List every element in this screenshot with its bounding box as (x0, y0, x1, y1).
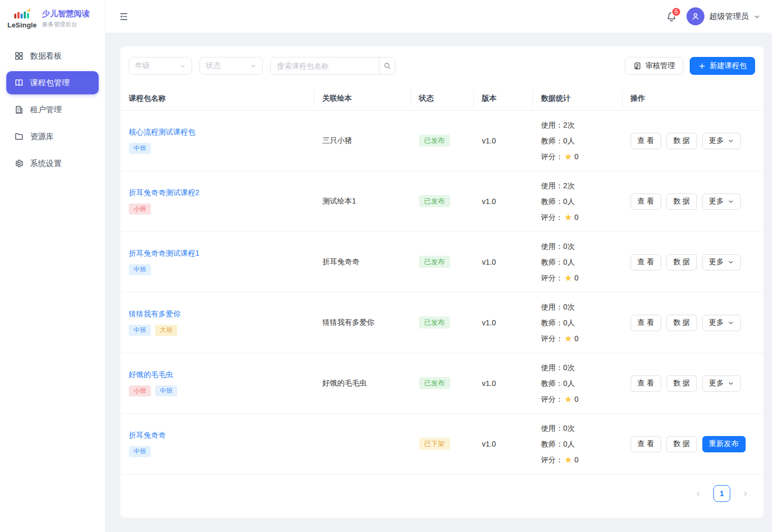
app-subtitle: 服务管理后台 (42, 21, 90, 28)
teachers-label: 教师： (541, 375, 563, 391)
data-button[interactable]: 数 据 (666, 375, 697, 392)
brand: LeSingle 少儿智慧阅读 服务管理后台 (0, 0, 105, 37)
status-badge: 已发布 (419, 195, 450, 207)
sidebar-item-settings[interactable]: 系统设置 (6, 152, 99, 175)
data-button[interactable]: 数 据 (666, 194, 697, 210)
usage-label: 使用： (541, 117, 563, 133)
avatar (687, 7, 704, 25)
view-button[interactable]: 查 看 (631, 436, 661, 452)
search-button[interactable] (379, 57, 395, 74)
view-button[interactable]: 查 看 (631, 133, 661, 149)
create-course-package-button[interactable]: 新建课程包 (690, 57, 755, 75)
usage-value: 2次 (563, 178, 575, 194)
user-name: 超级管理员 (709, 12, 749, 22)
rating-label: 评分： (541, 209, 563, 225)
republish-button[interactable]: 重新发布 (702, 436, 746, 452)
data-button[interactable]: 数 据 (666, 133, 697, 149)
column-header-stats: 数据统计 (532, 87, 622, 110)
data-button[interactable]: 数 据 (666, 436, 697, 452)
chevron-right-icon (742, 490, 749, 497)
data-button[interactable]: 数 据 (666, 254, 697, 270)
view-button[interactable]: 查 看 (631, 254, 661, 270)
search-group (270, 57, 395, 75)
class-tags: 小班 (129, 204, 306, 215)
more-button[interactable]: 更多 (702, 375, 741, 392)
class-tag: 大班 (155, 325, 177, 336)
chevron-down-icon (179, 63, 186, 69)
sidebar-nav: 数据看板 课程包管理 租户管理 资源库 (0, 37, 105, 182)
star-icon: ★ (564, 152, 572, 161)
search-icon (383, 62, 392, 70)
view-button[interactable]: 查 看 (631, 194, 661, 210)
rating-value: 0 (575, 270, 579, 286)
chevron-left-icon (695, 490, 702, 497)
class-tags: 中班大班 (129, 325, 306, 336)
chevron-down-icon (728, 320, 734, 326)
notifications-button[interactable]: 5 (666, 11, 677, 22)
teachers-label: 教师： (541, 194, 563, 209)
more-button-label: 更多 (709, 197, 724, 206)
class-tag: 中班 (129, 446, 151, 458)
user-menu[interactable]: 超级管理员 (687, 7, 760, 25)
class-tag: 中班 (129, 325, 151, 336)
version: v1.0 (473, 197, 532, 206)
usage-label: 使用： (541, 360, 563, 375)
chevron-down-icon (728, 259, 734, 265)
version: v1.0 (473, 379, 532, 388)
sidebar: LeSingle 少儿智慧阅读 服务管理后台 数据看板 课程包管理 (0, 0, 106, 532)
rating-value: 0 (575, 149, 579, 165)
class-tags: 中班 (129, 446, 306, 458)
row-actions: 查 看数 据重新发布 (622, 436, 764, 452)
table-row: 折耳兔奇奇测试课程1 中班 折耳兔奇奇 已发布 v1.0 使用：0次 教师：0人… (120, 232, 764, 293)
rating-label: 评分： (541, 391, 563, 407)
course-package-link[interactable]: 猜猜我有多爱你 (129, 309, 180, 319)
star-icon: ★ (564, 395, 572, 404)
course-package-link[interactable]: 折耳兔奇奇 (129, 431, 166, 440)
page-number-button[interactable]: 1 (713, 485, 730, 502)
app-root: LeSingle 少儿智慧阅读 服务管理后台 数据看板 课程包管理 (0, 0, 772, 532)
search-input[interactable] (271, 57, 379, 74)
course-package-link[interactable]: 折耳兔奇奇测试课程2 (129, 188, 199, 198)
chevron-down-icon (728, 198, 734, 205)
more-button[interactable]: 更多 (702, 133, 741, 149)
column-header-name: 课程包名称 (120, 87, 314, 110)
menu-fold-icon[interactable] (119, 12, 129, 22)
related-book: 折耳兔奇奇 (314, 257, 411, 267)
sidebar-item-course-packages[interactable]: 课程包管理 (6, 71, 99, 94)
class-tag: 小班 (129, 204, 151, 215)
grade-select[interactable]: 年级 (129, 57, 192, 75)
teachers-value: 0人 (563, 315, 575, 331)
prev-page-button[interactable] (695, 490, 702, 497)
course-package-link[interactable]: 核心流程测试课程包 (129, 128, 195, 137)
table-row: 猜猜我有多爱你 中班大班 猜猜我有多爱你 已发布 v1.0 使用：0次 教师：0… (120, 293, 764, 353)
rating-value: 0 (575, 209, 579, 225)
data-button[interactable]: 数 据 (666, 315, 697, 331)
rating-label: 评分： (541, 149, 563, 165)
related-book: 测试绘本1 (314, 197, 411, 206)
rating-label: 评分： (541, 331, 563, 346)
more-button[interactable]: 更多 (702, 315, 741, 331)
class-tag: 中班 (155, 385, 177, 397)
chevron-down-icon (250, 63, 256, 69)
view-button[interactable]: 查 看 (631, 315, 661, 331)
view-button[interactable]: 查 看 (631, 375, 661, 392)
more-button[interactable]: 更多 (702, 194, 741, 210)
row-actions: 查 看数 据更多 (622, 254, 764, 270)
course-package-link[interactable]: 折耳兔奇奇测试课程1 (129, 249, 199, 258)
create-button-label: 新建课程包 (710, 61, 747, 71)
sidebar-item-dashboard[interactable]: 数据看板 (6, 44, 99, 67)
sidebar-item-tenants[interactable]: 租户管理 (6, 98, 99, 121)
class-tag: 中班 (129, 264, 151, 276)
sidebar-item-resources[interactable]: 资源库 (6, 125, 99, 148)
audit-management-button[interactable]: 审核管理 (625, 57, 683, 75)
more-button[interactable]: 更多 (702, 254, 741, 270)
next-page-button[interactable] (742, 490, 749, 497)
audit-button-label: 审核管理 (645, 61, 675, 71)
status-select[interactable]: 状态 (199, 57, 263, 75)
row-actions: 查 看数 据更多 (622, 194, 764, 210)
usage-value: 0次 (563, 420, 575, 436)
class-tags: 小班中班 (129, 385, 306, 397)
table-row: 好饿的毛毛虫 小班中班 好饿的毛毛虫 已发布 v1.0 使用：0次 教师：0人 … (120, 353, 764, 414)
course-package-link[interactable]: 好饿的毛毛虫 (129, 370, 173, 380)
teachers-value: 0人 (563, 194, 575, 209)
